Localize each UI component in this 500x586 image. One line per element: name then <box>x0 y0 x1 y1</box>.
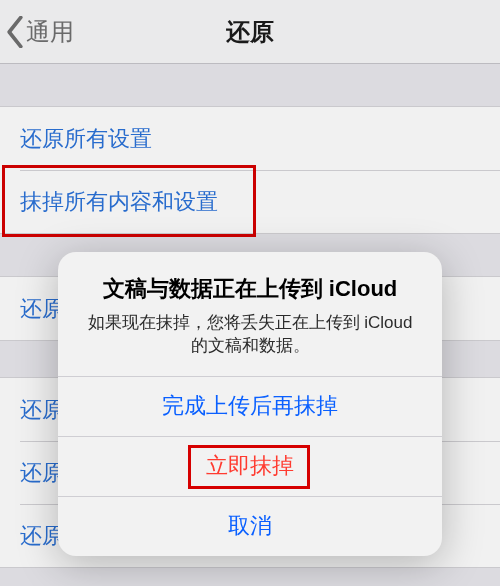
alert-dialog: 文稿与数据正在上传到 iCloud 如果现在抹掉，您将丢失正在上传到 iClou… <box>58 252 442 556</box>
button-erase-now[interactable]: 立即抹掉 <box>58 436 442 496</box>
alert-message: 如果现在抹掉，您将丢失正在上传到 iCloud 的文稿和数据。 <box>80 312 420 358</box>
button-label: 完成上传后再抹掉 <box>162 391 338 421</box>
button-label: 取消 <box>228 511 272 541</box>
button-label: 立即抹掉 <box>206 451 294 481</box>
alert-header: 文稿与数据正在上传到 iCloud 如果现在抹掉，您将丢失正在上传到 iClou… <box>58 252 442 376</box>
button-finish-upload-then-erase[interactable]: 完成上传后再抹掉 <box>58 376 442 436</box>
button-cancel[interactable]: 取消 <box>58 496 442 556</box>
alert-title: 文稿与数据正在上传到 iCloud <box>80 274 420 304</box>
